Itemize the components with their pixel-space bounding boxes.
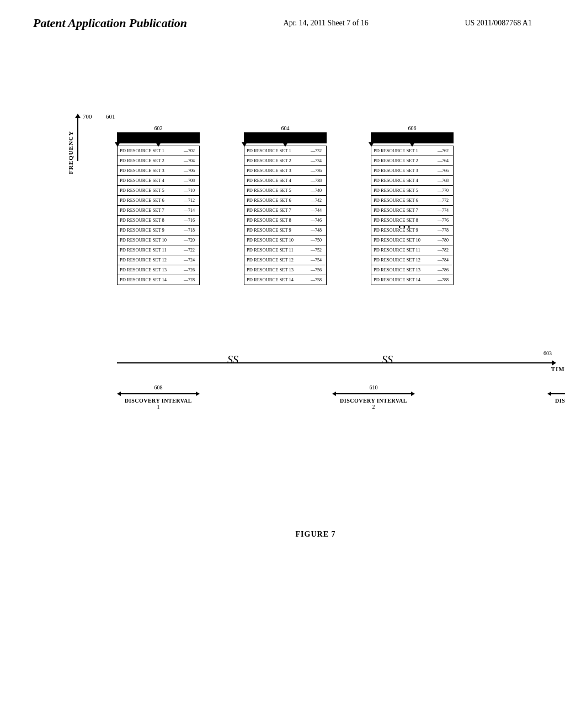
columns-wrapper: 602PD RESOURCE SET 1—702PD RESOURCE SET … bbox=[117, 125, 454, 285]
resource-ref-tick: —784 bbox=[438, 258, 449, 263]
resource-ref-tick: —724 bbox=[184, 258, 195, 263]
resource-cell-label: PD RESOURCE SET 13 bbox=[371, 267, 436, 272]
resource-ref-tick: —748 bbox=[311, 228, 322, 233]
resource-cell-label: PD RESOURCE SET 4 bbox=[371, 178, 436, 183]
resource-row: PD RESOURCE SET 14—788 bbox=[371, 275, 453, 285]
resource-row: PD RESOURCE SET 12—784 bbox=[371, 255, 453, 265]
resource-row: PD RESOURCE SET 4—768 bbox=[371, 176, 453, 186]
resource-ref-tick: —772 bbox=[438, 198, 449, 203]
di-label: DISCOVERY INTERVAL bbox=[340, 398, 407, 404]
di-arrow-3 bbox=[547, 392, 565, 396]
col-arrow-3 bbox=[371, 132, 454, 143]
di-ref-610: 610 bbox=[370, 384, 378, 390]
resource-cell-label: PD RESOURCE SET 14 bbox=[118, 277, 183, 282]
resource-ref-tick: —736 bbox=[311, 168, 322, 173]
resource-ref-tick: —726 bbox=[184, 267, 195, 272]
resource-column-1: 602PD RESOURCE SET 1—702PD RESOURCE SET … bbox=[117, 125, 200, 285]
ref-601: 601 bbox=[106, 113, 115, 120]
resource-cell-label: PD RESOURCE SET 12 bbox=[371, 257, 436, 263]
resource-row: PD RESOURCE SET 4—738 bbox=[244, 176, 326, 186]
resource-row: PD RESOURCE SET 11—782 bbox=[371, 245, 453, 255]
resource-cell-label: PD RESOURCE SET 13 bbox=[118, 267, 183, 272]
resource-column-3: 606PD RESOURCE SET 1—762PD RESOURCE SET … bbox=[371, 125, 454, 285]
resource-ref-tick: —780 bbox=[438, 238, 449, 243]
discovery-interval-3: 612DISCOVERY INTERVALM bbox=[547, 384, 565, 410]
publication-number: US 2011/0087768 A1 bbox=[465, 15, 532, 28]
publication-date-sheet: Apr. 14, 2011 Sheet 7 of 16 bbox=[284, 15, 369, 28]
resource-ref-tick: —758 bbox=[311, 277, 322, 282]
resource-column-2: 604PD RESOURCE SET 1—732PD RESOURCE SET … bbox=[244, 125, 327, 285]
resource-cell-label: PD RESOURCE SET 8 bbox=[118, 217, 183, 223]
resource-cell-label: PD RESOURCE SET 1 bbox=[118, 148, 183, 153]
resource-row: PD RESOURCE SET 3—706 bbox=[118, 166, 199, 176]
di-label: DISCOVERY INTERVAL bbox=[555, 398, 565, 404]
di-arrow-1 bbox=[117, 392, 200, 396]
resource-cell-label: PD RESOURCE SET 2 bbox=[118, 158, 183, 163]
resource-row: PD RESOURCE SET 2—704 bbox=[118, 156, 199, 166]
resource-cell-label: PD RESOURCE SET 7 bbox=[118, 207, 183, 213]
resource-cell-label: PD RESOURCE SET 2 bbox=[244, 158, 310, 163]
di-number: 2 bbox=[372, 404, 375, 410]
col-ref-602: 602 bbox=[117, 125, 200, 131]
resource-cell-label: PD RESOURCE SET 10 bbox=[118, 237, 183, 243]
resource-row: PD RESOURCE SET 13—756 bbox=[244, 265, 326, 275]
resource-ref-tick: —720 bbox=[184, 238, 195, 243]
col-ref-604: 604 bbox=[244, 125, 327, 131]
discovery-interval-2: 610DISCOVERY INTERVAL2 bbox=[332, 384, 415, 410]
col-ref-606: 606 bbox=[371, 125, 454, 131]
resource-cell-label: PD RESOURCE SET 4 bbox=[244, 178, 310, 183]
resource-row: PD RESOURCE SET 10—780 bbox=[371, 235, 453, 245]
resource-ref-tick: —768 bbox=[438, 178, 449, 183]
resource-cell-label: PD RESOURCE SET 9 bbox=[118, 227, 183, 233]
resource-ref-tick: —704 bbox=[184, 158, 195, 163]
resource-row: PD RESOURCE SET 10—750 bbox=[244, 235, 326, 245]
page-header: Patent Application Publication Apr. 14, … bbox=[0, 0, 565, 37]
resource-cell-label: PD RESOURCE SET 7 bbox=[244, 207, 310, 213]
ss-symbol-1: SS bbox=[227, 352, 238, 367]
resource-row: PD RESOURCE SET 8—716 bbox=[118, 216, 199, 226]
resource-row: PD RESOURCE SET 5—740 bbox=[244, 186, 326, 196]
resource-row: PD RESOURCE SET 14—758 bbox=[244, 275, 326, 285]
resource-cell-label: PD RESOURCE SET 11 bbox=[118, 247, 183, 253]
resource-row: PD RESOURCE SET 4—708 bbox=[118, 176, 199, 186]
di-ref-608: 608 bbox=[154, 384, 163, 390]
resource-ref-tick: —744 bbox=[311, 208, 322, 213]
resource-cell-label: PD RESOURCE SET 11 bbox=[371, 247, 436, 253]
resource-row: PD RESOURCE SET 1—702 bbox=[118, 146, 199, 156]
resource-ref-tick: —740 bbox=[311, 188, 322, 193]
resource-ref-tick: —764 bbox=[438, 158, 449, 163]
resource-ref-tick: —714 bbox=[184, 208, 195, 213]
figure-label: FIGURE 7 bbox=[296, 530, 336, 539]
resource-row: PD RESOURCE SET 1—762 bbox=[371, 146, 453, 156]
resource-ref-tick: —734 bbox=[311, 158, 322, 163]
dots-between: ... bbox=[398, 219, 413, 231]
resource-cell-label: PD RESOURCE SET 13 bbox=[244, 267, 310, 272]
resource-row: PD RESOURCE SET 6—742 bbox=[244, 196, 326, 206]
resource-row: PD RESOURCE SET 8—746 bbox=[244, 216, 326, 226]
resource-row: PD RESOURCE SET 2—734 bbox=[244, 156, 326, 166]
resource-row: PD RESOURCE SET 13—726 bbox=[118, 265, 199, 275]
resource-cell-label: PD RESOURCE SET 1 bbox=[244, 148, 310, 153]
resource-row: PD RESOURCE SET 11—722 bbox=[118, 245, 199, 255]
resource-ref-tick: —788 bbox=[438, 277, 449, 282]
resource-grid-2: PD RESOURCE SET 1—732PD RESOURCE SET 2—7… bbox=[244, 146, 327, 285]
publication-title: Patent Application Publication bbox=[33, 15, 187, 31]
resource-row: PD RESOURCE SET 11—752 bbox=[244, 245, 326, 255]
resource-row: PD RESOURCE SET 10—720 bbox=[118, 235, 199, 245]
resource-ref-tick: —738 bbox=[311, 178, 322, 183]
resource-row: PD RESOURCE SET 12—754 bbox=[244, 255, 326, 265]
resource-cell-label: PD RESOURCE SET 6 bbox=[244, 197, 310, 203]
frequency-label: FREQUENCY bbox=[67, 131, 74, 174]
resource-row: PD RESOURCE SET 9—748 bbox=[244, 226, 326, 235]
resource-cell-label: PD RESOURCE SET 12 bbox=[244, 257, 310, 263]
resource-ref-tick: —750 bbox=[311, 238, 322, 243]
resource-ref-tick: —710 bbox=[184, 188, 195, 193]
resource-row: PD RESOURCE SET 5—710 bbox=[118, 186, 199, 196]
resource-ref-tick: —754 bbox=[311, 258, 322, 263]
resource-cell-label: PD RESOURCE SET 14 bbox=[244, 277, 310, 282]
ref-700: 700 bbox=[83, 113, 92, 120]
resource-row: PD RESOURCE SET 7—774 bbox=[371, 206, 453, 216]
resource-cell-label: PD RESOURCE SET 6 bbox=[371, 197, 436, 203]
resource-row: PD RESOURCE SET 9—718 bbox=[118, 226, 199, 235]
resource-row: PD RESOURCE SET 13—786 bbox=[371, 265, 453, 275]
